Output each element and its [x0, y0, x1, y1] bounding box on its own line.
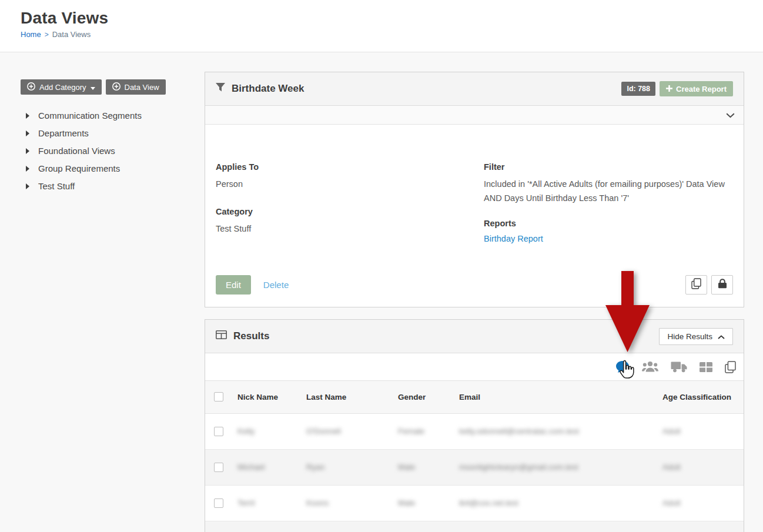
- cell-nick-name: Terril: [237, 498, 255, 507]
- filter-field: Filter Included in '*All Active Adults (…: [484, 162, 733, 205]
- plus-circle-icon: [27, 82, 35, 92]
- details-left-column: Applies To Person Category Test Stuff: [216, 162, 484, 252]
- results-panel-title: Results: [216, 330, 269, 342]
- results-panel-header: Results Hide Results: [205, 320, 744, 353]
- tree-caret-icon[interactable]: [26, 146, 29, 156]
- column-header-email: Email: [450, 381, 654, 413]
- copy-button[interactable]: [685, 275, 707, 295]
- tree-item-label: Foundational Views: [38, 146, 115, 156]
- tree-caret-icon[interactable]: [26, 163, 29, 173]
- column-header-age-classification: Age Classification: [654, 381, 744, 413]
- category-tree: Communication Segments Departments Found…: [21, 106, 205, 195]
- data-view-panel-body: Applies To Person Category Test Stuff Fi…: [205, 125, 744, 307]
- cell-gender: Male: [398, 463, 415, 471]
- cell-age: Adult: [662, 498, 681, 507]
- table-grid-icon: [216, 330, 227, 342]
- results-panel: Results Hide Results: [205, 319, 744, 532]
- filter-label: Filter: [484, 162, 733, 172]
- filter-value: Included in '*All Active Adults (for ema…: [484, 177, 733, 205]
- data-view-collapse-bar: [205, 106, 744, 125]
- applies-to-value: Person: [216, 177, 484, 191]
- select-all-checkbox[interactable]: [214, 392, 223, 401]
- data-view-icon-buttons: [685, 275, 733, 295]
- tree-caret-icon[interactable]: [26, 181, 29, 191]
- id-badge: Id: 788: [621, 82, 655, 96]
- column-header-gender: Gender: [389, 381, 450, 413]
- cell-email: kelly.odonnell@centralac.com.test: [459, 427, 579, 436]
- reports-field: Reports Birthday Report: [484, 219, 733, 244]
- data-view-name: Birthdate Week: [232, 83, 304, 95]
- copy-icon: [691, 278, 701, 292]
- cell-last-name: Koons: [306, 498, 329, 507]
- results-toolbar: [205, 353, 744, 381]
- hide-results-button[interactable]: Hide Results: [659, 328, 733, 345]
- reports-label: Reports: [484, 219, 733, 228]
- add-data-view-button[interactable]: Data View: [106, 79, 166, 95]
- sidebar-item-departments[interactable]: Departments: [21, 124, 205, 142]
- sidebar-item-group-requirements[interactable]: Group Requirements: [21, 159, 205, 177]
- data-view-panel-header: Birthdate Week Id: 788 Create Report: [205, 72, 744, 106]
- cell-age: Adult: [662, 427, 681, 436]
- edit-button[interactable]: Edit: [216, 275, 251, 295]
- sidebar-item-test-stuff[interactable]: Test Stuff: [21, 177, 205, 195]
- chevron-down-icon[interactable]: [726, 110, 735, 121]
- cell-email: moonlightclearyn@gmail.com.test: [459, 463, 578, 471]
- lock-button[interactable]: [711, 275, 733, 295]
- column-header-last-name: Last Name: [297, 381, 389, 413]
- data-view-details: Applies To Person Category Test Stuff Fi…: [216, 162, 733, 252]
- table-row: [205, 521, 744, 532]
- details-right-column: Filter Included in '*All Active Adults (…: [484, 162, 733, 252]
- breadcrumb-home-link[interactable]: Home: [21, 30, 41, 39]
- lock-icon: [718, 279, 727, 291]
- delete-link[interactable]: Delete: [263, 280, 289, 290]
- sidebar-item-foundational-views[interactable]: Foundational Views: [21, 142, 205, 159]
- sidebar: Add Category Data View Communication Seg…: [0, 52, 205, 532]
- tree-item-label: Group Requirements: [38, 163, 120, 173]
- cell-last-name: Ryan: [306, 463, 325, 471]
- sidebar-item-communication-segments[interactable]: Communication Segments: [21, 106, 205, 124]
- create-report-label: Create Report: [676, 85, 727, 93]
- add-category-label: Add Category: [39, 83, 86, 92]
- data-view-header-actions: Id: 788 Create Report: [621, 81, 733, 96]
- birthday-report-link[interactable]: Birthday Report: [484, 234, 543, 243]
- plus-icon: [666, 85, 672, 93]
- row-checkbox[interactable]: [214, 427, 223, 436]
- applies-to-label: Applies To: [216, 162, 484, 172]
- comment-icon[interactable]: [615, 360, 630, 373]
- cell-gender: Female: [398, 427, 424, 436]
- tree-item-label: Departments: [38, 128, 89, 138]
- table-row: Michael Ryan Male moonlightclearyn@gmail…: [205, 449, 744, 485]
- category-field: Category Test Stuff: [216, 207, 484, 236]
- row-checkbox[interactable]: [214, 463, 223, 472]
- tree-caret-icon[interactable]: [26, 111, 29, 121]
- chevron-up-icon: [718, 332, 725, 341]
- table-row: Kelly O'Donnell Female kelly.odonnell@ce…: [205, 413, 744, 449]
- page-header: Data Views Home > Data Views: [0, 0, 763, 52]
- table-icon[interactable]: [700, 362, 712, 372]
- row-checkbox[interactable]: [214, 498, 223, 508]
- truck-icon[interactable]: [671, 361, 687, 373]
- main-column: Birthdate Week Id: 788 Create Report: [205, 52, 744, 532]
- cell-age: Adult: [662, 463, 681, 471]
- people-icon[interactable]: [642, 361, 658, 373]
- filter-funnel-icon: [216, 83, 225, 95]
- results-table: Nick Name Last Name Gender Email Age Cla…: [205, 381, 744, 532]
- copy-icon[interactable]: [725, 361, 736, 373]
- tree-item-label: Communication Segments: [38, 111, 142, 121]
- create-report-button[interactable]: Create Report: [660, 81, 733, 96]
- cell-nick-name: Kelly: [237, 427, 255, 436]
- sidebar-buttons: Add Category Data View: [21, 79, 205, 95]
- hide-results-label: Hide Results: [667, 332, 712, 341]
- category-label: Category: [216, 207, 484, 216]
- breadcrumb: Home > Data Views: [21, 30, 763, 39]
- results-title: Results: [233, 330, 269, 342]
- table-row: Terril Koons Male tk4@cox.net.test Adult: [205, 485, 744, 521]
- cell-email: tk4@cox.net.test: [459, 498, 518, 507]
- cell-gender: Male: [398, 498, 415, 507]
- data-view-label: Data View: [125, 83, 159, 92]
- tree-caret-icon[interactable]: [26, 128, 29, 138]
- cell-last-name: O'Donnell: [306, 427, 341, 436]
- caret-down-icon: [91, 83, 95, 92]
- data-view-panel: Birthdate Week Id: 788 Create Report: [205, 72, 744, 307]
- add-category-button[interactable]: Add Category: [21, 79, 102, 95]
